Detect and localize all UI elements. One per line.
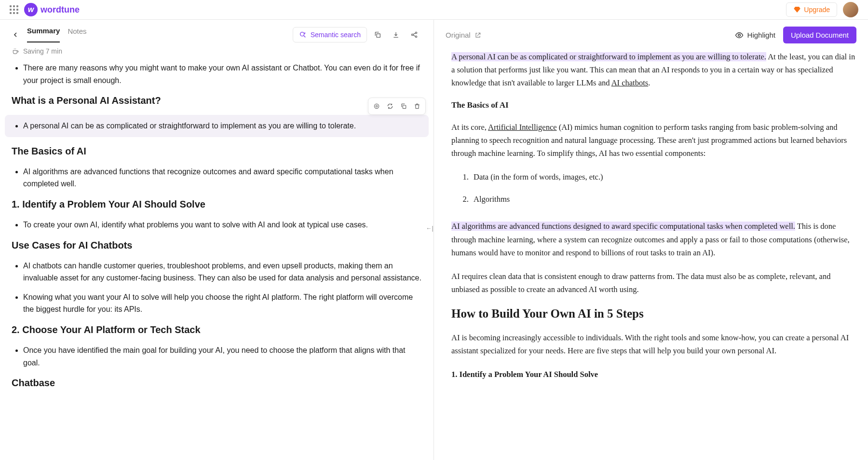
doc-cut-heading: 1. Identify a Problem Your AI Should Sol… — [451, 368, 856, 381]
doc-heading-build: How to Build Your Own AI in 5 Steps — [451, 307, 856, 321]
copy-item-action[interactable] — [397, 100, 410, 112]
copy-button[interactable] — [370, 27, 385, 42]
logo-mark-icon: w — [24, 3, 38, 16]
delete-item-action[interactable] — [411, 100, 423, 112]
sparkle-search-icon — [299, 31, 307, 39]
summary-bullet-identify: To create your own AI, identify what pro… — [23, 219, 422, 231]
back-icon[interactable] — [12, 31, 19, 39]
summary-bullet-choose: Once you have identified the main goal f… — [23, 344, 422, 369]
doc-list-item-algorithms: Algorithms — [471, 193, 856, 206]
doc-p2-a: At its core, — [451, 123, 488, 132]
tabs-nav: Summary Notes — [12, 27, 87, 42]
upload-document-button[interactable]: Upload Document — [783, 27, 856, 43]
share-icon — [410, 31, 418, 39]
svg-point-5 — [374, 104, 379, 109]
upgrade-label: Upgrade — [804, 6, 830, 14]
doc-paragraph-4: AI requires clean data that is consisten… — [451, 270, 856, 296]
apps-grid-icon[interactable] — [10, 5, 18, 14]
summary-heading-chatbase: Chatbase — [12, 377, 422, 389]
original-text: Original — [446, 31, 471, 39]
brand-logo[interactable]: w wordtune — [24, 3, 80, 16]
doc-p1-end: . — [648, 78, 650, 87]
target-icon — [373, 103, 380, 110]
tab-notes[interactable]: Notes — [68, 27, 86, 42]
summary-intro-bullet: There are many reasons why you might wan… — [23, 62, 422, 86]
external-link-icon[interactable] — [475, 32, 481, 39]
document-panel: ←| Original Highlight Upload Document A … — [434, 20, 868, 460]
diamond-icon — [793, 6, 801, 14]
summary-heading-basics: The Basics of AI — [12, 146, 422, 157]
summary-content[interactable]: There are many reasons why you might wan… — [0, 62, 434, 460]
highlight-toggle[interactable]: Highlight — [735, 31, 775, 40]
summary-heading-usecases: Use Cases for AI Chatbots — [12, 240, 422, 251]
doc-highlight-1: A personal AI can be as complicated or s… — [451, 52, 766, 61]
summary-bullet-personal: A personal AI can be as complicated or s… — [23, 120, 422, 132]
user-avatar[interactable] — [843, 2, 858, 17]
copy-icon — [374, 31, 381, 39]
summary-toolbar: Summary Notes Semantic search — [0, 20, 434, 42]
summary-panel: Summary Notes Semantic search — [0, 20, 434, 460]
summary-selected-item[interactable]: A personal AI can be as complicated or s… — [5, 115, 429, 137]
share-button[interactable] — [407, 27, 422, 42]
summary-bullet-usecase1: AI chatbots can handle customer queries,… — [23, 260, 422, 284]
highlight-label: Highlight — [747, 31, 775, 39]
document-content[interactable]: A personal AI can be as complicated or s… — [434, 50, 868, 460]
doc-heading-basics: The Basics of AI — [451, 100, 856, 110]
tab-summary[interactable]: Summary — [27, 27, 60, 42]
download-icon — [392, 31, 400, 39]
saving-text: Saving 7 min — [23, 47, 62, 55]
collapse-handle[interactable]: ←| — [425, 223, 434, 234]
top-header: w wordtune Upgrade — [0, 0, 868, 20]
trash-icon — [414, 103, 420, 110]
doc-paragraph-2: At its core, Artificial Intelligence (AI… — [451, 121, 856, 160]
original-label: Original — [446, 31, 481, 39]
toolbar-actions: Semantic search — [293, 27, 422, 42]
upgrade-button[interactable]: Upgrade — [786, 2, 837, 17]
semantic-search-label: Semantic search — [311, 31, 361, 39]
regenerate-action[interactable] — [384, 100, 396, 112]
main-split: Summary Notes Semantic search — [0, 20, 868, 460]
header-left: w wordtune — [10, 3, 80, 16]
summary-heading-choose: 2. Choose Your AI Platform or Tech Stack — [12, 324, 422, 335]
svg-point-6 — [376, 105, 378, 107]
svg-rect-1 — [377, 34, 380, 37]
saving-status: Saving 7 min — [0, 42, 434, 62]
header-right: Upgrade — [786, 2, 858, 17]
download-button[interactable] — [388, 27, 404, 42]
doc-link-ai[interactable]: Artificial Intelligence — [488, 123, 556, 132]
svg-point-0 — [300, 32, 304, 36]
target-action[interactable] — [370, 100, 383, 112]
doc-link-chatbots[interactable]: AI chatbots — [611, 78, 649, 87]
summary-bullet-algorithms: AI algorithms are advanced functions tha… — [23, 166, 422, 190]
eye-icon — [735, 31, 744, 40]
coffee-icon — [12, 47, 19, 55]
doc-paragraph-1: A personal AI can be as complicated or s… — [451, 50, 856, 90]
document-actions: Highlight Upload Document — [735, 27, 856, 43]
doc-highlight-2: AI algorithms are advanced functions des… — [451, 222, 795, 231]
doc-paragraph-5: AI is becoming increasingly accessible t… — [451, 331, 856, 357]
summary-bullet-usecase2: Knowing what you want your AI to solve w… — [23, 291, 422, 316]
refresh-icon — [387, 103, 393, 110]
summary-heading-identify: 1. Identify a Problem Your AI Should Sol… — [12, 199, 422, 210]
copy-icon — [400, 103, 407, 110]
svg-point-8 — [738, 34, 740, 36]
doc-components-list: Data (in the form of words, images, etc.… — [451, 170, 856, 206]
doc-list-item-data: Data (in the form of words, images, etc.… — [471, 170, 856, 184]
brand-name: wordtune — [41, 5, 80, 15]
document-toolbar: Original Highlight Upload Document — [434, 20, 868, 50]
doc-paragraph-3: AI algorithms are advanced functions des… — [451, 220, 856, 259]
summary-heading-what-is: What is a Personal AI Assistant? — [12, 95, 422, 106]
svg-rect-7 — [403, 105, 406, 108]
semantic-search-button[interactable]: Semantic search — [293, 27, 367, 42]
item-hover-actions — [368, 98, 426, 115]
